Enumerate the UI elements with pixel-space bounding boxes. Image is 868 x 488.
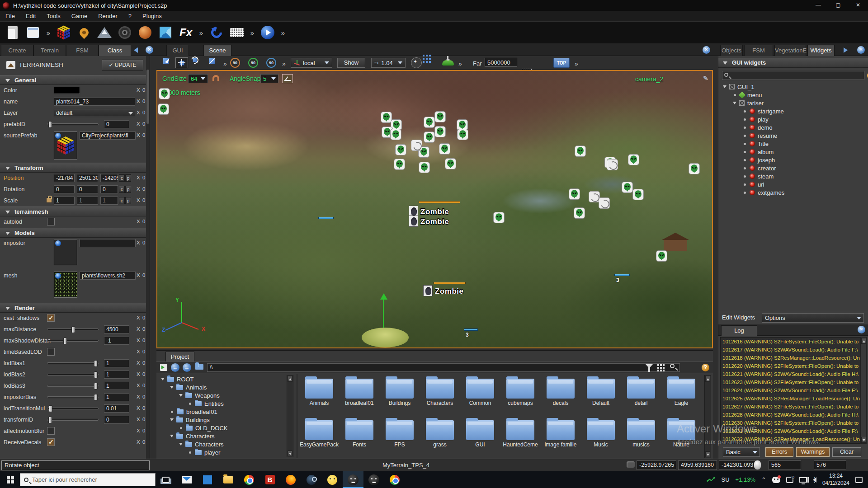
slider-value-field[interactable]: 0.01: [104, 404, 129, 413]
angle-snap-toggle-icon[interactable]: [282, 74, 293, 83]
location-pin-icon[interactable]: [76, 24, 92, 41]
alien-entity-icon[interactable]: [419, 162, 430, 173]
notification-center-icon[interactable]: [855, 477, 863, 483]
unit-portrait-icon[interactable]: [423, 285, 433, 296]
delete-key-button[interactable]: X: [137, 197, 140, 203]
select-tool-icon[interactable]: [163, 58, 169, 64]
anglesnap-dropdown[interactable]: 5: [260, 74, 278, 83]
menu-tools[interactable]: Tools: [41, 13, 66, 19]
project-tree-item-root[interactable]: ROOT: [158, 375, 285, 383]
chrome-icon[interactable]: [239, 471, 259, 488]
folder-detail[interactable]: detail: [621, 379, 661, 406]
widget-tree-item-resume[interactable]: resume: [718, 131, 868, 140]
widget-tree-item-exitgames[interactable]: exitgames: [718, 188, 868, 197]
slider-value-field[interactable]: 1: [104, 393, 129, 401]
vector-field[interactable]: -21784: [54, 174, 75, 182]
scroll-up-icon[interactable]: [288, 376, 292, 382]
alien-entity-icon[interactable]: [656, 250, 667, 262]
slider-track[interactable]: [47, 340, 99, 342]
smiley-icon[interactable]: [322, 471, 343, 488]
vector-field[interactable]: 1: [54, 197, 75, 205]
scroll-tabs-left-icon[interactable]: [134, 47, 138, 53]
properties-scrollbar[interactable]: [146, 56, 150, 459]
folder-cubemaps[interactable]: cubemaps: [500, 379, 540, 406]
widget-tree-item-joseph[interactable]: joseph: [718, 156, 868, 164]
volume-tray-icon[interactable]: [813, 477, 816, 483]
mail-icon[interactable]: [176, 471, 197, 488]
toolbar-overflow-icon[interactable]: »: [280, 29, 286, 37]
section-header-render[interactable]: Render: [0, 303, 146, 313]
viewport-3d-scene[interactable]: GridSize 64 AngleSnap 5 5000 meters came…: [156, 70, 713, 348]
slider-track[interactable]: [47, 123, 99, 125]
project-tree-item-animals[interactable]: Animals: [158, 383, 285, 391]
paste-button[interactable]: p: [125, 197, 131, 204]
folder-common[interactable]: Common: [460, 379, 500, 406]
alien-entity-icon[interactable]: [394, 159, 405, 170]
delete-key-button[interactable]: X: [137, 132, 140, 138]
close-button[interactable]: ✕: [848, 0, 868, 11]
alien-entity-icon[interactable]: [395, 144, 406, 155]
tab-fsm[interactable]: FSM: [66, 45, 99, 56]
menu-render[interactable]: Render: [93, 13, 123, 19]
delete-key-button[interactable]: X: [137, 121, 140, 127]
close-panel-icon[interactable]: ✕: [146, 46, 153, 54]
alien-entity-icon[interactable]: [689, 163, 700, 174]
vector-field[interactable]: 2501.30: [77, 174, 98, 182]
widget-tree-item-title[interactable]: Title: [718, 140, 868, 148]
alien-entity-icon[interactable]: [445, 158, 456, 169]
asset-path-field[interactable]: plants\flowers.sh2: [80, 272, 136, 280]
toolbar-overflow-icon[interactable]: »: [458, 60, 462, 67]
tab-vegetation[interactable]: VegetationE: [774, 45, 806, 56]
stock-percent[interactable]: +1,13%: [736, 476, 755, 483]
delete-key-button[interactable]: X: [137, 99, 140, 104]
options-dropdown[interactable]: Options: [762, 313, 864, 323]
alien-entity-icon[interactable]: [628, 154, 639, 165]
project-tree-item-old_dock[interactable]: OLD_DOCK: [158, 424, 285, 432]
scroll-up-icon[interactable]: [861, 338, 866, 344]
menu-edit[interactable]: Edit: [20, 13, 41, 19]
delete-key-button[interactable]: X: [137, 360, 140, 366]
slider-value-field[interactable]: 1: [104, 359, 129, 367]
slider-handle[interactable]: [63, 338, 67, 344]
menu-help[interactable]: ?: [123, 13, 137, 19]
folder-buildings[interactable]: Buildings: [380, 379, 420, 406]
back-icon[interactable]: ←: [171, 363, 179, 372]
delete-key-button[interactable]: X: [137, 428, 140, 433]
widget-tree-item-url[interactable]: url: [718, 180, 868, 188]
engine-icon[interactable]: [363, 471, 384, 488]
log-tab[interactable]: Log: [721, 325, 757, 336]
asset-path-field[interactable]: [80, 239, 136, 247]
checkbox[interactable]: [47, 348, 55, 356]
scroll-down-icon[interactable]: [705, 451, 710, 457]
browser-icon[interactable]: [384, 471, 405, 488]
visibility-eye-icon[interactable]: [55, 133, 61, 139]
coordinate-space-dropdown[interactable]: local: [291, 58, 332, 68]
snip-tray-icon[interactable]: [786, 477, 793, 483]
tab-terrain[interactable]: Terrain: [33, 45, 66, 56]
import-icon[interactable]: [160, 364, 167, 371]
rotate-tool-icon[interactable]: [193, 58, 197, 62]
language-indicator[interactable]: SU: [722, 476, 730, 483]
tab-objects[interactable]: Objects: [720, 45, 743, 56]
delete-key-button[interactable]: X: [137, 186, 140, 192]
far-clip-field[interactable]: 5000000: [485, 58, 517, 67]
engine-icon-active[interactable]: [343, 471, 363, 488]
toolbar-overflow-icon[interactable]: »: [575, 60, 578, 67]
alien-entity-icon[interactable]: [434, 126, 446, 137]
project-tree-item-characters[interactable]: Characters: [158, 432, 285, 440]
folder-decals[interactable]: decals: [541, 379, 580, 406]
slider-value-field[interactable]: 1: [104, 382, 129, 390]
panel-divider[interactable]: [297, 374, 297, 458]
paste-button[interactable]: p: [125, 174, 131, 182]
delete-key-button[interactable]: X: [137, 383, 140, 388]
widget-tree-item-steam[interactable]: steam: [718, 172, 868, 180]
folder-characters[interactable]: Characters: [420, 379, 460, 406]
toolbar-overflow-icon[interactable]: »: [282, 60, 286, 67]
delete-key-button[interactable]: X: [137, 272, 140, 278]
folder-musics[interactable]: musics: [621, 420, 661, 448]
prefab-thumbnail[interactable]: [54, 131, 77, 160]
folder-fps[interactable]: FPS: [380, 420, 420, 448]
alien-entity-icon[interactable]: [158, 103, 169, 115]
widget-tree-item-creator[interactable]: creator: [718, 164, 868, 172]
log-scrollbar[interactable]: [860, 337, 867, 444]
